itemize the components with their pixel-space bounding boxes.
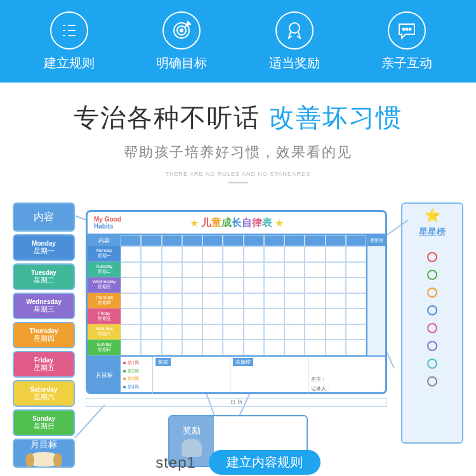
day-cell: Thursday星期四	[13, 322, 75, 348]
day-cell: Saturday星期六	[13, 380, 75, 407]
headline-section: 专治各种不听话 改善坏习惯 帮助孩子培养好习惯，效果看的见 THERE ARE …	[0, 83, 476, 190]
feature-label: 建立规则	[44, 55, 95, 72]
step-number: step1	[155, 454, 196, 472]
step-title: 建立内容规则	[209, 450, 321, 475]
chart-title-bar: My GoodHabits ★ 儿童成长自律表 ★	[88, 212, 385, 235]
day-cell: Wednesday星期三	[13, 293, 75, 319]
chart-body: 内容 Monday星期一Tuesday星期二Wednesday星期三Thursd…	[88, 235, 385, 355]
star-dot	[427, 305, 437, 315]
headline-main: 专治各种不听话 改善坏习惯	[0, 100, 476, 135]
habit-chart: My GoodHabits ★ 儿童成长自律表 ★ 内容 Monday星期一Tu…	[86, 210, 387, 394]
feature-interaction: 亲子互动	[381, 11, 432, 72]
star-dot	[427, 341, 437, 351]
star-dot	[427, 288, 437, 298]
svg-point-10	[289, 23, 300, 33]
feature-label: 明确目标	[156, 55, 207, 72]
star-board-header: 星星榜	[419, 227, 446, 238]
day-cell: Friday星期五	[13, 351, 75, 378]
chart-grid	[121, 235, 366, 355]
chart-logo: My GoodHabits	[94, 216, 121, 230]
chart-days-column: 内容 Monday星期一Tuesday星期二Wednesday星期三Thursd…	[88, 235, 121, 355]
divider	[228, 182, 248, 183]
calendar-strip: 日 历	[86, 398, 387, 407]
day-cell: Sunday星期日	[13, 409, 75, 436]
star-dot	[427, 376, 437, 387]
star-dot	[427, 270, 437, 280]
chat-icon	[388, 11, 426, 50]
svg-point-12	[406, 28, 408, 30]
feature-label: 亲子互动	[381, 55, 432, 72]
svg-point-8	[180, 29, 183, 32]
top-feature-bar: 建立规则 明确目标 适当奖励 亲子互动	[0, 0, 476, 83]
feature-rules: 建立规则	[44, 11, 95, 72]
star-dot	[427, 323, 437, 333]
target-icon	[162, 11, 201, 50]
right-column-callout: ⭐ 星星榜	[401, 202, 463, 444]
left-column-callout: 内容 Monday星期一Tuesday星期二Wednesday星期三Thursd…	[13, 202, 75, 470]
svg-point-11	[403, 28, 405, 30]
chart-bottom-row: 月目标 第1周第2周第3周第4周 奖励 表扬榜 名字：记录人：	[88, 355, 385, 393]
feature-reward: 适当奖励	[269, 11, 320, 72]
content-header: 内容	[13, 202, 75, 232]
star-dot	[427, 359, 437, 369]
connector-line	[74, 404, 105, 438]
week-legend: 第1周第2周第3周第4周	[121, 357, 152, 393]
day-cell: Tuesday星期二	[13, 263, 75, 290]
star-icon: ⭐	[425, 208, 440, 223]
chart-star-column: 星星榜	[366, 235, 385, 355]
headline-sub: 帮助孩子培养好习惯，效果看的见	[0, 143, 476, 162]
svg-point-13	[409, 28, 411, 30]
step-indicator: step1 建立内容规则	[0, 450, 476, 475]
day-cell: Monday星期一	[13, 234, 75, 261]
product-diagram: 内容 Monday星期一Tuesday星期二Wednesday星期三Thursd…	[0, 196, 476, 469]
feature-label: 适当奖励	[269, 55, 320, 72]
star-dot	[427, 252, 437, 262]
medal-icon	[275, 11, 314, 50]
headline-tiny: THERE ARE NO RULES AND NO STANDARDS	[0, 171, 476, 177]
feature-goals: 明确目标	[156, 11, 207, 72]
checklist-icon	[50, 11, 88, 50]
